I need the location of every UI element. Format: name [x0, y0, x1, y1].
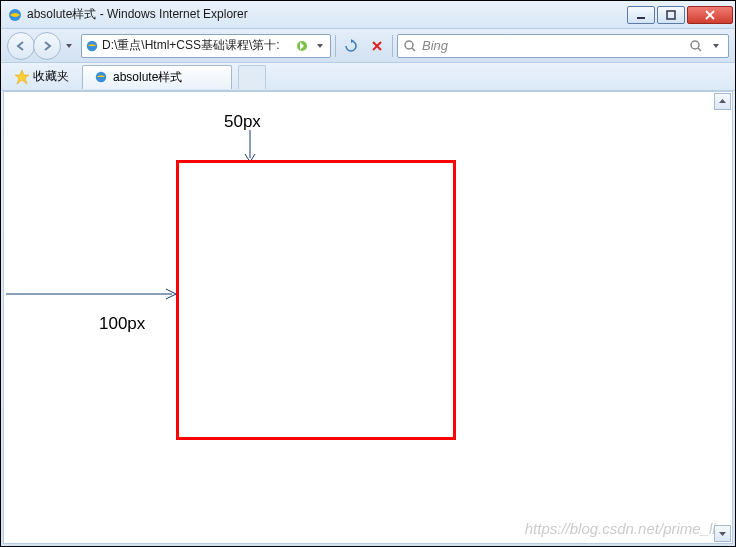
search-go-icon[interactable] — [688, 38, 704, 54]
content-area: 50px 100px https://blog.csdn.net/prime_l… — [3, 91, 733, 544]
svg-point-6 — [691, 41, 699, 49]
search-dropdown-icon[interactable] — [708, 38, 724, 54]
minimize-button[interactable] — [627, 6, 655, 24]
titlebar[interactable]: absolute样式 - Windows Internet Explorer — [1, 1, 735, 29]
favorites-label: 收藏夹 — [33, 68, 69, 85]
refresh-button[interactable] — [340, 35, 362, 57]
nav-arrows — [7, 32, 77, 60]
search-placeholder: Bing — [422, 38, 684, 53]
svg-point-5 — [405, 41, 413, 49]
address-dropdown-icon[interactable] — [312, 38, 328, 54]
scroll-up-button[interactable] — [714, 93, 731, 110]
compat-icon[interactable] — [294, 38, 310, 54]
nav-dropdown-icon[interactable] — [61, 38, 77, 54]
navbar: D:\重点\Html+CSS基础课程\第十: Bing — [1, 29, 735, 63]
window-controls — [627, 6, 733, 24]
stop-button[interactable] — [366, 35, 388, 57]
page-body: 50px 100px https://blog.csdn.net/prime_l… — [4, 92, 732, 543]
top-offset-label: 50px — [224, 112, 261, 132]
separator — [335, 35, 336, 57]
arrow-right-icon — [6, 286, 178, 302]
maximize-button[interactable] — [657, 6, 685, 24]
tab-title: absolute样式 — [113, 69, 182, 86]
arrow-down-icon — [242, 130, 258, 164]
window-title: absolute样式 - Windows Internet Explorer — [27, 6, 627, 23]
ie-icon — [93, 69, 109, 85]
watermark: https://blog.csdn.net/prime_liu — [525, 520, 724, 537]
address-bar[interactable]: D:\重点\Html+CSS基础课程\第十: — [81, 34, 331, 58]
ie-icon — [7, 7, 23, 23]
left-offset-label: 100px — [99, 314, 145, 334]
page-icon — [84, 38, 100, 54]
scroll-down-button[interactable] — [714, 525, 731, 542]
separator — [392, 35, 393, 57]
star-icon — [14, 69, 30, 85]
favorites-bar: 收藏夹 absolute样式 — [1, 63, 735, 91]
tab-active[interactable]: absolute样式 — [82, 65, 232, 89]
svg-rect-1 — [637, 17, 645, 19]
positioned-box — [176, 160, 456, 440]
browser-window: absolute样式 - Windows Internet Explorer — [0, 0, 736, 547]
back-button[interactable] — [7, 32, 35, 60]
new-tab-button[interactable] — [238, 65, 266, 89]
forward-button[interactable] — [33, 32, 61, 60]
search-box[interactable]: Bing — [397, 34, 729, 58]
svg-rect-2 — [667, 11, 675, 19]
address-text: D:\重点\Html+CSS基础课程\第十: — [102, 37, 292, 54]
search-icon — [402, 38, 418, 54]
close-button[interactable] — [687, 6, 733, 24]
favorites-button[interactable]: 收藏夹 — [7, 65, 76, 88]
